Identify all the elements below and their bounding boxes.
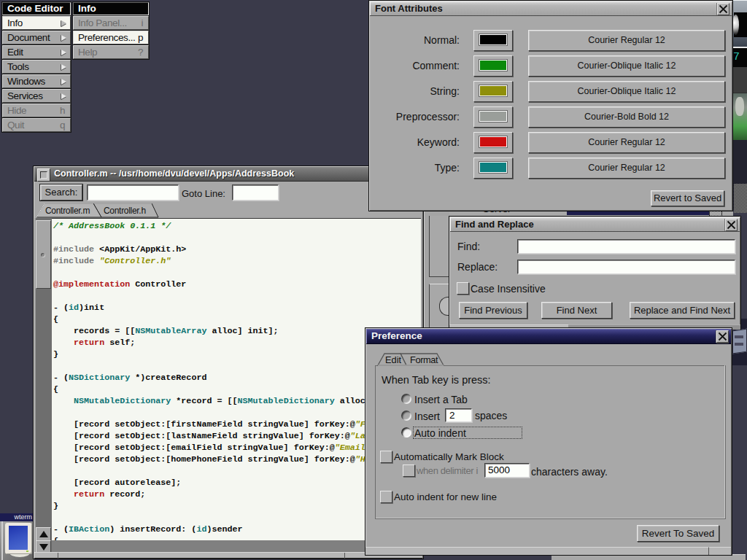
svg-text:Controller.m: Controller.m	[45, 206, 90, 216]
svg-text:Format: Format	[410, 354, 438, 365]
svg-text:Edit: Edit	[385, 354, 401, 365]
svg-text:Controller.h: Controller.h	[104, 206, 146, 216]
